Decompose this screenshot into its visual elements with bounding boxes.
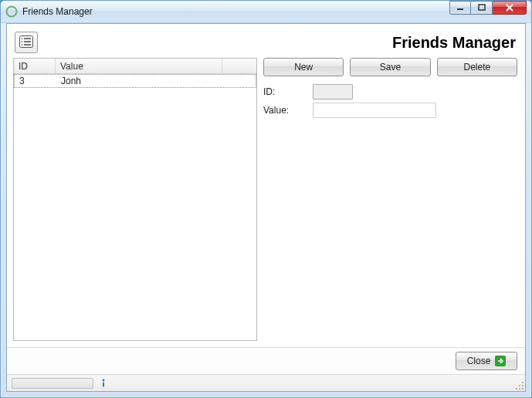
id-field: [313, 84, 353, 100]
column-header-id[interactable]: ID: [14, 59, 56, 73]
cell-value: Jonh: [56, 75, 256, 87]
action-buttons: New Save Delete: [262, 58, 519, 83]
page-title: Friends Manager: [392, 34, 516, 52]
window-title: Friends Manager: [22, 6, 449, 17]
app-icon: [5, 5, 18, 18]
column-header-spacer: [222, 59, 256, 73]
arrow-right-icon: [495, 356, 506, 366]
close-window-button[interactable]: [493, 1, 527, 15]
value-label: Value:: [263, 105, 307, 116]
form-row-id: ID:: [262, 83, 519, 101]
svg-point-1: [9, 9, 14, 14]
svg-rect-3: [479, 5, 485, 10]
header: Friends Manager: [7, 24, 525, 58]
table-row[interactable]: 3 Jonh: [14, 74, 256, 88]
delete-button[interactable]: Delete: [437, 58, 517, 76]
footer: Close: [7, 348, 525, 374]
list-icon: [19, 35, 33, 50]
grid-body: 3 Jonh: [14, 74, 256, 340]
info-icon[interactable]: [98, 378, 109, 389]
client-area: Friends Manager ID Value 3 Jonh Ne: [6, 23, 526, 392]
svg-rect-14: [103, 382, 104, 386]
save-button[interactable]: Save: [350, 58, 430, 76]
progress-bar: [12, 378, 93, 389]
new-button[interactable]: New: [263, 58, 344, 76]
id-label: ID:: [263, 86, 307, 97]
resize-grip[interactable]: [513, 379, 524, 390]
minimize-button[interactable]: [449, 1, 471, 15]
cell-id: 3: [15, 75, 56, 87]
list-view-button[interactable]: [15, 32, 38, 53]
value-field[interactable]: [313, 103, 436, 118]
detail-panel: New Save Delete ID: Value:: [262, 58, 519, 341]
app-window: Friends Manager: [0, 0, 532, 398]
form-row-value: Value:: [262, 101, 519, 120]
titlebar[interactable]: Friends Manager: [1, 1, 531, 23]
svg-point-13: [103, 379, 105, 381]
grid-header: ID Value: [14, 59, 256, 74]
close-button-label: Close: [467, 356, 491, 366]
data-grid[interactable]: ID Value 3 Jonh: [13, 58, 257, 341]
status-bar: [7, 374, 525, 391]
window-controls: [449, 5, 527, 19]
column-header-value[interactable]: Value: [56, 59, 222, 73]
maximize-button[interactable]: [471, 1, 493, 15]
body: ID Value 3 Jonh New Save Delete: [7, 58, 525, 347]
close-button[interactable]: Close: [456, 352, 517, 370]
